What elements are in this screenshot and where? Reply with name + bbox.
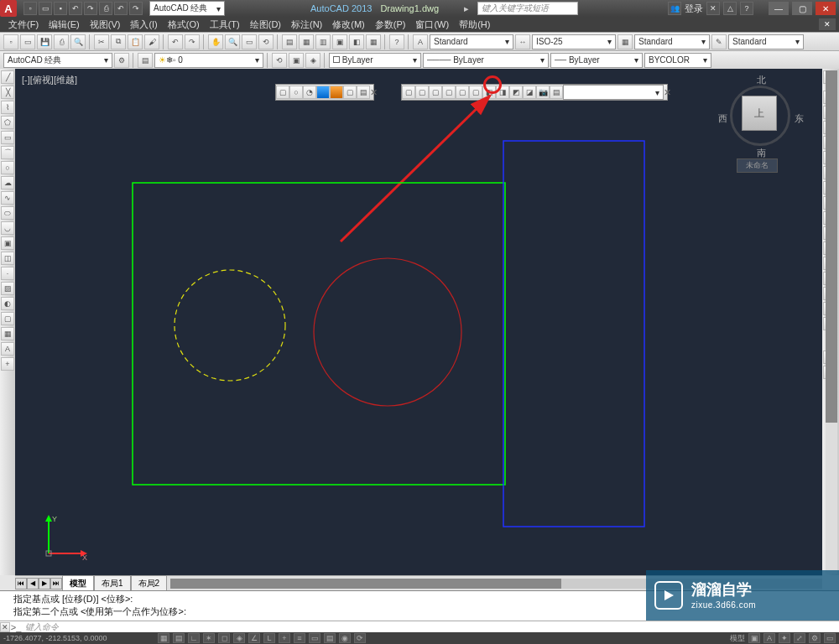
circle-icon[interactable]: ○ xyxy=(1,161,14,174)
cloud-icon[interactable]: △ xyxy=(723,2,737,15)
block-icon[interactable]: ◫ xyxy=(1,252,14,265)
menu-format[interactable]: 格式(O) xyxy=(163,18,205,31)
menu-file[interactable]: 文件(F) xyxy=(3,18,44,31)
user-icon[interactable]: 👥 xyxy=(668,2,681,15)
layer-iso-icon[interactable]: ◈ xyxy=(305,53,320,68)
cube-west[interactable]: 西 xyxy=(718,112,727,125)
status-d-icon[interactable]: ⤢ xyxy=(794,633,805,643)
lineweight-selector[interactable]: ── ByLayer▾ xyxy=(550,53,643,68)
redo-tb-icon[interactable]: ↷ xyxy=(185,34,200,49)
addsel-icon[interactable]: + xyxy=(1,357,14,371)
region-icon[interactable]: ▢ xyxy=(1,312,14,325)
cube-top-face[interactable]: 上 xyxy=(742,96,777,131)
status-f-icon[interactable]: ▭ xyxy=(824,633,836,643)
menu-dimension[interactable]: 标注(N) xyxy=(286,18,327,31)
help-tb-icon[interactable]: ? xyxy=(389,34,404,49)
ws-gear-icon[interactable]: ⚙ xyxy=(114,53,129,68)
drawing-canvas[interactable]: [-][俯视][维越] ▢ ○ ◔ ▢ ▤ ✕ ▢ ▢ ▢ ▢ ▢ ▢ ◧ ◨ … xyxy=(15,69,822,575)
save-icon[interactable]: ▪ xyxy=(54,2,67,15)
tablestyle-icon[interactable]: ▦ xyxy=(618,34,633,49)
mtext-icon[interactable]: A xyxy=(1,342,14,356)
window-close[interactable]: ✕ xyxy=(816,2,836,15)
plot-icon[interactable]: ⎙ xyxy=(54,34,69,49)
plotstyle-selector[interactable]: BYCOLOR▾ xyxy=(644,53,711,68)
menu-edit[interactable]: 编辑(E) xyxy=(44,18,85,31)
dyn-toggle[interactable]: + xyxy=(279,633,290,643)
pline-icon[interactable]: ⌇ xyxy=(1,101,14,114)
anno-style-selector[interactable]: Standard▾ xyxy=(728,34,804,49)
ortho-toggle[interactable]: ∟ xyxy=(188,633,200,643)
preview-icon[interactable]: 🔍 xyxy=(70,34,86,49)
cut-icon[interactable]: ✂ xyxy=(94,34,109,49)
textstyle-icon[interactable]: A xyxy=(413,34,428,49)
sheet-icon[interactable]: ▣ xyxy=(332,34,347,49)
status-c-icon[interactable]: ✦ xyxy=(779,633,790,643)
open-file-icon[interactable]: ▭ xyxy=(20,34,35,49)
layer-prev-icon[interactable]: ⟲ xyxy=(272,53,287,68)
insert-icon[interactable]: ▣ xyxy=(1,236,14,250)
window-maximize[interactable]: ▢ xyxy=(792,2,812,15)
snap-toggle[interactable]: ▦ xyxy=(158,633,169,643)
save-file-icon[interactable]: 💾 xyxy=(37,34,52,49)
tab-next-icon[interactable]: ▶ xyxy=(39,578,50,589)
command-input[interactable]: 键入命令 xyxy=(22,621,839,633)
dc-icon[interactable]: ▦ xyxy=(299,34,314,49)
undo2-icon[interactable]: ↶ xyxy=(114,2,128,15)
revcloud-icon[interactable]: ☁ xyxy=(1,176,14,190)
undo-tb-icon[interactable]: ↶ xyxy=(168,34,183,49)
line-icon[interactable]: ╱ xyxy=(1,70,14,84)
ducs-toggle[interactable]: L xyxy=(263,633,275,643)
undo-icon[interactable]: ↶ xyxy=(69,2,82,15)
layer-state-icon[interactable]: ▣ xyxy=(289,53,304,68)
menu-modify[interactable]: 修改(M) xyxy=(327,18,370,31)
menu-tools[interactable]: 工具(T) xyxy=(205,18,245,31)
gradient-icon[interactable]: ◐ xyxy=(1,297,14,310)
spline-icon[interactable]: ∿ xyxy=(1,191,14,205)
color-selector[interactable]: ByLayer▾ xyxy=(329,53,421,68)
osnap-toggle[interactable]: ◻ xyxy=(218,633,230,643)
paste-icon[interactable]: 📋 xyxy=(128,34,143,49)
am-toggle[interactable]: ⟳ xyxy=(354,633,366,643)
match-icon[interactable]: 🖌 xyxy=(144,34,159,49)
markup-icon[interactable]: ◧ xyxy=(349,34,364,49)
zoom-rt-icon[interactable]: 🔍 xyxy=(225,34,240,49)
arc-icon[interactable]: ⌒ xyxy=(1,146,14,159)
login-link[interactable]: 登录 xyxy=(685,3,703,15)
polar-toggle[interactable]: ✶ xyxy=(203,633,215,643)
new-icon[interactable]: ▫ xyxy=(23,2,37,15)
exchange-icon[interactable]: ✕ xyxy=(706,2,720,15)
point-icon[interactable]: · xyxy=(1,267,14,280)
status-e-icon[interactable]: ⚙ xyxy=(809,633,821,643)
menu-draw[interactable]: 绘图(D) xyxy=(245,18,286,31)
menu-window[interactable]: 窗口(W) xyxy=(410,18,454,31)
menu-help[interactable]: 帮助(H) xyxy=(454,18,495,31)
window-minimize[interactable]: — xyxy=(769,2,789,15)
hatch-icon[interactable]: ▨ xyxy=(1,282,14,295)
status-a-icon[interactable]: ▣ xyxy=(748,633,760,643)
linetype-selector[interactable]: ──── ByLayer▾ xyxy=(423,53,549,68)
tab-prev-icon[interactable]: ◀ xyxy=(27,578,39,589)
pan-icon[interactable]: ✋ xyxy=(208,34,223,49)
workspace-selector[interactable]: AutoCAD 经典▾ xyxy=(149,1,225,16)
cmd-close-icon[interactable]: ✕ xyxy=(0,622,10,632)
table-icon[interactable]: ▦ xyxy=(1,327,14,340)
tab-layout2[interactable]: 布局2 xyxy=(131,575,168,592)
otrack-toggle[interactable]: ∠ xyxy=(248,633,260,643)
lwt-toggle[interactable]: ≡ xyxy=(294,633,305,643)
cube-north[interactable]: 北 xyxy=(757,74,766,86)
tab-layout1[interactable]: 布局1 xyxy=(94,575,131,592)
workspace-dd2[interactable]: AutoCAD 经典▾ xyxy=(3,53,112,68)
space-label[interactable]: 模型 xyxy=(730,633,745,644)
rect-icon[interactable]: ▭ xyxy=(1,131,14,144)
dim-style-selector[interactable]: ISO-25▾ xyxy=(532,34,616,49)
print-icon[interactable]: ⎙ xyxy=(99,2,112,15)
zoom-win-icon[interactable]: ▭ xyxy=(242,34,257,49)
help-search[interactable]: 键入关键字或短语 xyxy=(477,2,578,15)
3dosnap-toggle[interactable]: ◈ xyxy=(233,633,245,643)
app-icon[interactable]: A xyxy=(0,0,17,17)
ellipse-icon[interactable]: ⬭ xyxy=(1,206,14,220)
menu-insert[interactable]: 插入(I) xyxy=(125,18,162,31)
layer-mgr-icon[interactable]: ▤ xyxy=(138,53,153,68)
redo2-icon[interactable]: ↷ xyxy=(129,2,143,15)
annostyle-icon[interactable]: ✎ xyxy=(711,34,727,49)
